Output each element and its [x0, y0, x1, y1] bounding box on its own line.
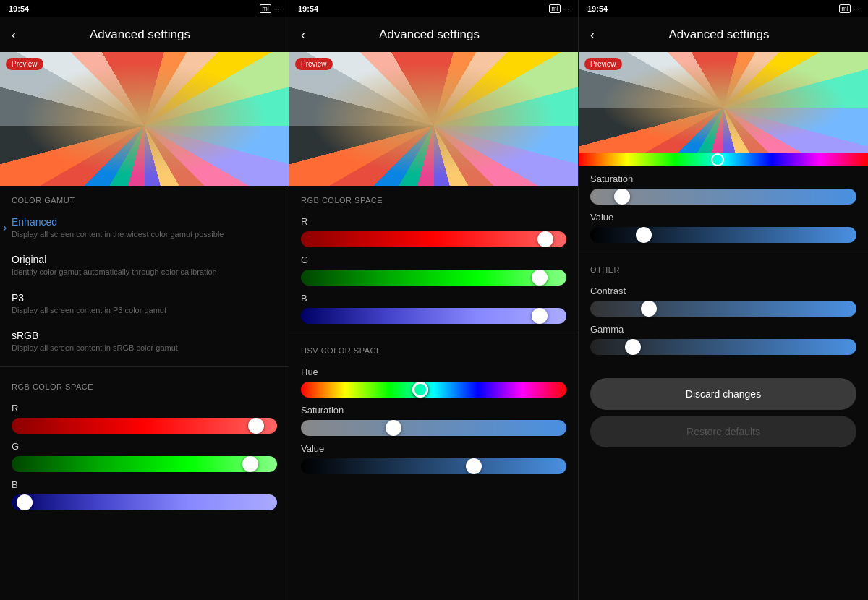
val-slider-3[interactable]	[590, 227, 856, 243]
val-thumb-2[interactable]	[466, 458, 482, 474]
status-bar-1: 19:54 mi ···	[0, 0, 289, 17]
more-icon-1: ···	[274, 5, 280, 13]
header-2: ‹ Advanced settings	[289, 17, 578, 52]
back-button-3[interactable]: ‹	[590, 27, 595, 43]
preview-container-3: Preview	[579, 52, 868, 153]
divider-3	[579, 249, 868, 249]
option-srgb[interactable]: sRGB Display all screen content in sRGB …	[0, 322, 289, 360]
option-p3-title: P3	[12, 292, 277, 304]
val-slider-2[interactable]	[301, 458, 566, 474]
b-label-2: B	[301, 293, 566, 304]
hue-slider-2[interactable]	[301, 382, 566, 398]
r-label-2: R	[301, 216, 566, 227]
b-thumb-1[interactable]	[17, 494, 33, 510]
scroll-content-2[interactable]: RGB COLOR SPACE R G B HSV COLOR SPACE Hu…	[289, 186, 578, 600]
panel-1: 19:54 mi ··· ‹ Advanced settings Preview…	[0, 0, 289, 600]
r-slider-1[interactable]	[12, 418, 277, 434]
val-thumb-3[interactable]	[636, 227, 652, 243]
back-button-2[interactable]: ‹	[301, 27, 305, 43]
status-icons-3: mi ···	[839, 4, 859, 13]
rgb-section-label-1: RGB COLOR SPACE	[0, 372, 289, 395]
g-label-2: G	[301, 254, 566, 265]
sat-label-3: Saturation	[590, 173, 856, 184]
scroll-content-1[interactable]: COLOR GAMUT Enhanced Display all screen …	[0, 186, 289, 600]
r-slider-2[interactable]	[301, 231, 566, 247]
option-enhanced-desc: Display all screen content in the widest…	[12, 229, 277, 239]
sat-thumb-3[interactable]	[614, 189, 630, 205]
option-srgb-desc: Display all screen content in sRGB color…	[12, 343, 277, 353]
hue-label-2: Hue	[301, 367, 566, 377]
pencils-visual-3	[579, 52, 868, 153]
g-thumb-2[interactable]	[532, 270, 548, 286]
page-title-3: Advanced settings	[603, 27, 835, 42]
status-time-1: 19:54	[9, 4, 29, 13]
mi-icon-2: mi	[549, 4, 561, 13]
divider-1	[0, 366, 289, 367]
preview-image-3	[579, 52, 868, 153]
pencils-visual-1	[0, 52, 289, 186]
option-original-title: Original	[12, 254, 277, 265]
hsv-bottom-sliders-3: Saturation Value	[579, 173, 868, 243]
b-label-1: B	[12, 479, 277, 490]
r-label-1: R	[12, 403, 277, 413]
page-title-1: Advanced settings	[25, 27, 255, 42]
hsv-sliders-2: Hue Saturation Value	[289, 367, 578, 474]
status-icons-1: mi ···	[260, 4, 280, 13]
status-bar-2: 19:54 mi ···	[289, 0, 578, 17]
option-p3-desc: Display all screen content in P3 color g…	[12, 305, 277, 315]
hsv-section-label-2: HSV COLOR SPACE	[289, 336, 578, 359]
g-label-1: G	[12, 441, 277, 452]
gamma-slider-3[interactable]	[590, 339, 856, 355]
hue-strip-thumb-3[interactable]	[711, 153, 724, 166]
sat-label-2: Saturation	[301, 405, 566, 416]
rgb-sliders-2: R G B	[289, 216, 578, 324]
panel-3: 19:54 mi ··· ‹ Advanced settings Preview…	[579, 0, 868, 600]
preview-container-2: Preview	[289, 52, 578, 186]
contrast-slider-3[interactable]	[590, 301, 856, 317]
option-p3[interactable]: P3 Display all screen content in P3 colo…	[0, 285, 289, 322]
r-thumb-2[interactable]	[537, 231, 553, 247]
option-original[interactable]: Original Identify color gamut automatica…	[0, 247, 289, 284]
sat-slider-2[interactable]	[301, 420, 566, 436]
preview-container-1: Preview	[0, 52, 289, 186]
mi-icon-1: mi	[260, 4, 271, 13]
page-title-2: Advanced settings	[314, 27, 545, 42]
preview-badge-1: Preview	[6, 58, 43, 70]
option-srgb-title: sRGB	[12, 330, 277, 341]
val-label-2: Value	[301, 443, 566, 454]
preview-image-1	[0, 52, 289, 186]
divider-2	[289, 330, 578, 330]
b-slider-2[interactable]	[301, 308, 566, 324]
color-gamut-label-1: COLOR GAMUT	[0, 186, 289, 209]
status-icons-2: mi ···	[549, 4, 569, 13]
status-time-2: 19:54	[298, 4, 318, 13]
restore-button-3[interactable]: Restore defaults	[590, 416, 856, 447]
b-thumb-2[interactable]	[532, 308, 548, 324]
scroll-content-3[interactable]: Saturation Value OTHER Contrast Gamma Di	[579, 166, 868, 600]
spacer-3	[579, 358, 868, 372]
contrast-thumb-3[interactable]	[641, 301, 657, 317]
hue-strip-3[interactable]	[579, 153, 868, 166]
header-3: ‹ Advanced settings	[579, 17, 868, 52]
gamma-thumb-3[interactable]	[625, 339, 641, 355]
preview-badge-2: Preview	[295, 58, 333, 70]
option-enhanced-title: Enhanced	[12, 216, 277, 228]
sat-thumb-2[interactable]	[386, 420, 401, 436]
mi-icon-3: mi	[839, 4, 851, 13]
sat-slider-3[interactable]	[590, 189, 856, 205]
contrast-label-3: Contrast	[590, 286, 856, 296]
option-enhanced[interactable]: Enhanced Display all screen content in t…	[0, 209, 289, 247]
pencils-visual-2	[289, 52, 578, 186]
back-button-1[interactable]: ‹	[12, 27, 16, 43]
r-thumb-1[interactable]	[248, 418, 264, 434]
g-thumb-1[interactable]	[242, 456, 258, 472]
rgb-section-label-2: RGB COLOR SPACE	[289, 186, 578, 209]
g-slider-2[interactable]	[301, 270, 566, 286]
more-icon-2: ···	[563, 5, 569, 13]
g-slider-1[interactable]	[12, 456, 277, 472]
b-slider-1[interactable]	[12, 494, 277, 510]
gamma-label-3: Gamma	[590, 324, 856, 335]
hue-thumb-2[interactable]	[412, 382, 428, 398]
more-icon-3: ···	[854, 5, 859, 13]
discard-button-3[interactable]: Discard changes	[590, 378, 856, 410]
